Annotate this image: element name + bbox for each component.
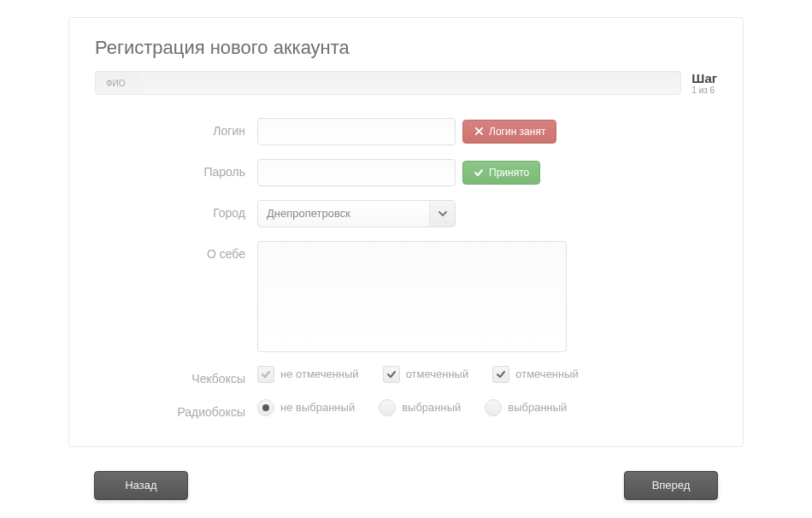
progress-bar: ФИО [95, 71, 681, 95]
radio-dot-icon [262, 404, 269, 411]
footer: Назад Вперед [68, 471, 744, 509]
checkbox-3[interactable] [492, 366, 509, 383]
chevron-down-icon [429, 201, 455, 227]
close-icon [474, 127, 484, 137]
registration-panel: Регистрация нового аккаунта ФИО Шаг 1 из… [68, 17, 744, 447]
radio-2[interactable] [379, 399, 396, 416]
password-label: Пароль [95, 159, 257, 179]
about-label: О себе [95, 241, 257, 261]
radio-3[interactable] [485, 399, 502, 416]
checkbox-checked-1: отмеченный [383, 366, 469, 383]
checkbox-unchecked: не отмеченный [257, 366, 359, 383]
step-counter: 1 из 6 [691, 85, 717, 96]
checkbox-checked-2: отмеченный [492, 366, 579, 383]
radio-selected: не выбранный [257, 399, 355, 416]
form-area: Логин Логин занят Пароль Пр [95, 118, 717, 427]
radio-1-label: не выбранный [280, 401, 355, 414]
page-title: Регистрация нового аккаунта [95, 37, 717, 59]
step-label: Шаг [691, 71, 717, 85]
step-tag: ФИО [96, 72, 140, 94]
row-login: Логин Логин занят [95, 118, 717, 145]
radios-label: Радиобоксы [95, 399, 257, 419]
step-info: Шаг 1 из 6 [691, 71, 717, 96]
checkbox-2[interactable] [383, 366, 400, 383]
row-about: О себе [95, 241, 717, 352]
progress-row: ФИО Шаг 1 из 6 [95, 71, 717, 96]
back-button[interactable]: Назад [94, 471, 188, 500]
password-status-badge: Принято [462, 161, 540, 185]
radio-3-label: выбранный [508, 401, 567, 414]
about-textarea[interactable] [257, 241, 567, 352]
radio-unselected-2: выбранный [485, 399, 567, 416]
login-label: Логин [95, 118, 257, 138]
checkbox-1[interactable] [257, 366, 274, 383]
login-status-badge: Логин занят [462, 120, 556, 144]
city-label: Город [95, 200, 257, 220]
login-status-text: Логин занят [489, 126, 545, 138]
row-password: Пароль Принято [95, 159, 717, 186]
password-status-text: Принято [489, 167, 529, 179]
city-select[interactable]: Днепропетровск [257, 200, 456, 227]
row-city: Город Днепропетровск [95, 200, 717, 227]
forward-button[interactable]: Вперед [624, 471, 718, 500]
checkbox-3-label: отмеченный [515, 368, 579, 380]
city-selected-value: Днепропетровск [258, 207, 429, 220]
login-input[interactable] [257, 118, 456, 145]
checkboxes-label: Чекбоксы [95, 366, 257, 386]
row-radios: Радиобоксы не выбранный выбранный выбран… [95, 399, 717, 419]
password-input[interactable] [257, 159, 456, 186]
radio-unselected-1: выбранный [379, 399, 461, 416]
radio-2-label: выбранный [402, 401, 461, 414]
checkbox-1-label: не отмеченный [280, 368, 359, 380]
radio-1[interactable] [257, 399, 274, 416]
check-icon [474, 168, 484, 178]
checkbox-2-label: отмеченный [406, 368, 469, 380]
row-checkboxes: Чекбоксы не отмеченный отмеченный [95, 366, 717, 386]
